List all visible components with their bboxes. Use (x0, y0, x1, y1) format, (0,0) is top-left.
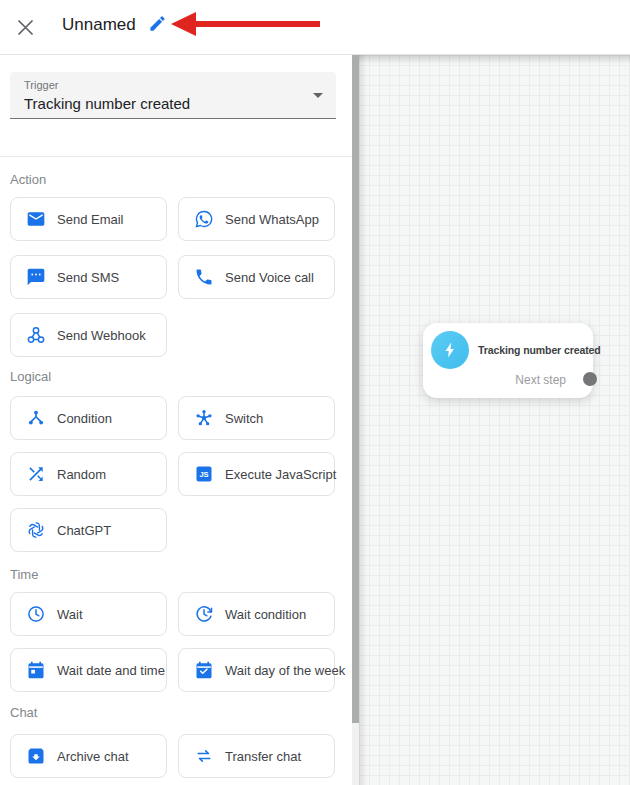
sms-icon (26, 267, 46, 287)
calendar-icon (26, 660, 46, 680)
card-send-webhook[interactable]: Send Webhook (10, 313, 167, 357)
trigger-node[interactable]: Tracking number created Next step (423, 323, 593, 398)
flow-name-title: Unnamed (62, 15, 136, 35)
section-label-logical: Logical (10, 369, 342, 385)
card-label: Send WhatsApp (225, 212, 319, 227)
transfer-icon (194, 746, 214, 766)
section-label-chat: Chat (10, 705, 342, 721)
webhook-icon (26, 325, 46, 345)
whatsapp-icon (194, 209, 214, 229)
card-label: Execute JavaScript (225, 467, 336, 482)
flow-canvas[interactable]: Tracking number created Next step (359, 55, 630, 785)
card-condition[interactable]: Condition (10, 396, 167, 440)
card-send-email[interactable]: Send Email (10, 197, 167, 241)
card-grid-chat: Archive chat Transfer chat (10, 734, 342, 778)
card-label: Wait condition (225, 607, 306, 622)
card-send-voice-call[interactable]: Send Voice call (178, 255, 335, 299)
card-grid-logical: Condition Switch Random JS Execute JavaS… (10, 396, 342, 552)
card-send-sms[interactable]: Send SMS (10, 255, 167, 299)
next-step-port[interactable] (583, 372, 597, 386)
chevron-down-icon (313, 93, 323, 98)
card-chatgpt[interactable]: ChatGPT (10, 508, 167, 552)
card-wait-day-of-week[interactable]: Wait day of the week (178, 648, 335, 692)
card-label: Wait date and time (57, 663, 165, 678)
sidebar-scrollbar-thumb[interactable] (352, 55, 359, 723)
shuffle-icon (26, 464, 46, 484)
card-wait[interactable]: Wait (10, 592, 167, 636)
trigger-select-label: Trigger (24, 79, 322, 91)
divider (0, 156, 352, 157)
clock-icon (26, 604, 46, 624)
card-label: Switch (225, 411, 263, 426)
card-execute-javascript[interactable]: JS Execute JavaScript (178, 452, 335, 496)
section-logical: Logical Condition Switch Random (10, 369, 342, 552)
card-label: Send Voice call (225, 270, 314, 285)
calendar-check-icon (194, 660, 214, 680)
header-bar: Unnamed (0, 0, 630, 55)
svg-text:JS: JS (199, 470, 208, 479)
card-label: Random (57, 467, 106, 482)
sidebar-scrollbar-track[interactable] (352, 55, 359, 785)
node-title: Tracking number created (478, 344, 601, 356)
lightning-icon (431, 331, 469, 369)
card-label: Transfer chat (225, 749, 301, 764)
javascript-icon: JS (194, 464, 214, 484)
card-archive-chat[interactable]: Archive chat (10, 734, 167, 778)
section-time: Time Wait Wait condition Wait date and t… (10, 567, 342, 692)
next-step-label: Next step (515, 373, 566, 387)
card-label: Condition (57, 411, 112, 426)
card-transfer-chat[interactable]: Transfer chat (178, 734, 335, 778)
section-label-time: Time (10, 567, 342, 583)
phone-icon (194, 267, 214, 287)
card-label: Send Email (57, 212, 123, 227)
trigger-select[interactable]: Trigger Tracking number created (10, 72, 336, 119)
node-palette-sidebar: Trigger Tracking number created Action S… (0, 55, 352, 785)
card-grid-time: Wait Wait condition Wait date and time W… (10, 592, 342, 692)
switch-hub-icon (194, 408, 214, 428)
section-chat: Chat Archive chat Transfer chat (10, 705, 342, 778)
close-icon[interactable] (14, 16, 36, 38)
chatgpt-icon (26, 520, 46, 540)
card-wait-date-time[interactable]: Wait date and time (10, 648, 167, 692)
card-switch[interactable]: Switch (178, 396, 335, 440)
card-label: Send SMS (57, 270, 119, 285)
card-label: Archive chat (57, 749, 129, 764)
clock-refresh-icon (194, 604, 214, 624)
section-label-action: Action (10, 172, 342, 188)
condition-icon (26, 408, 46, 428)
card-send-whatsapp[interactable]: Send WhatsApp (178, 197, 335, 241)
card-random[interactable]: Random (10, 452, 167, 496)
card-label: Send Webhook (57, 328, 146, 343)
card-label: ChatGPT (57, 523, 111, 538)
card-label: Wait (57, 607, 83, 622)
email-icon (26, 209, 46, 229)
card-label: Wait day of the week (225, 663, 345, 678)
card-wait-condition[interactable]: Wait condition (178, 592, 335, 636)
archive-icon (26, 746, 46, 766)
card-grid-action: Send Email Send WhatsApp Send SMS Send V… (10, 197, 342, 357)
annotation-red-arrow-icon (168, 9, 323, 39)
section-action: Action Send Email Send WhatsApp Send SMS (10, 172, 342, 357)
edit-pencil-icon[interactable] (148, 14, 168, 34)
trigger-select-value: Tracking number created (24, 95, 322, 112)
